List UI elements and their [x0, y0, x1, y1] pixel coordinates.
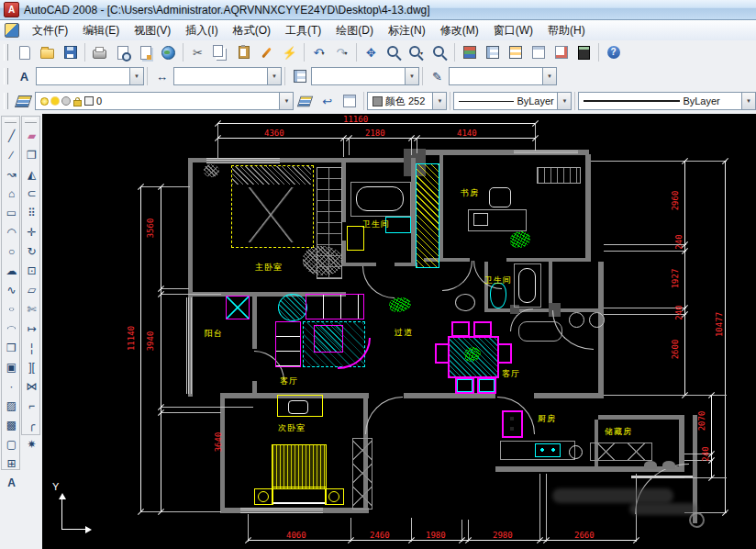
- text-style-button[interactable]: A: [13, 65, 36, 87]
- region-button[interactable]: ▢: [2, 434, 21, 454]
- spline-button[interactable]: ∿: [2, 280, 21, 299]
- menu-item-1[interactable]: 编辑(E): [75, 21, 127, 40]
- sheetset-manager-button[interactable]: [527, 41, 550, 63]
- polyline-button[interactable]: ↝: [2, 164, 21, 184]
- zoom-realtime-button[interactable]: [383, 41, 406, 63]
- layer-previous-button[interactable]: ↩: [317, 90, 339, 112]
- layer-combo-dropdown[interactable]: [279, 93, 293, 109]
- lineweight-combo-dropdown[interactable]: [741, 93, 755, 109]
- pan-button[interactable]: ✥: [360, 41, 383, 63]
- zoom-previous-button[interactable]: [428, 41, 451, 63]
- menu-item-5[interactable]: 工具(T): [278, 21, 328, 40]
- insert-block-button[interactable]: ❒: [2, 338, 21, 357]
- layer-combo[interactable]: 0: [35, 92, 294, 110]
- menu-item-8[interactable]: 修改(M): [433, 21, 486, 40]
- construction-line-button[interactable]: ∕: [2, 145, 21, 164]
- explode-button[interactable]: ✷: [22, 434, 41, 454]
- open-button[interactable]: [36, 41, 59, 63]
- make-object-layer-current-button[interactable]: [294, 90, 316, 112]
- layer-plot-icon[interactable]: [61, 96, 71, 106]
- hatch-button[interactable]: ▨: [2, 396, 21, 415]
- copy-object-button[interactable]: ❐: [22, 145, 41, 164]
- plot-preview-button[interactable]: [111, 41, 134, 63]
- zoom-window-dropdown[interactable]: ▾: [420, 50, 423, 56]
- layer-freeze-icon[interactable]: [51, 97, 59, 105]
- make-block-button[interactable]: ▣: [2, 357, 21, 376]
- ellipse-arc-button[interactable]: ◠: [2, 319, 21, 338]
- erase-button[interactable]: ▰: [22, 126, 41, 145]
- paste-button[interactable]: [232, 41, 255, 63]
- mtext-button[interactable]: A: [2, 473, 21, 492]
- polygon-button[interactable]: ⌂: [2, 184, 21, 203]
- color-combo-dropdown[interactable]: [432, 93, 446, 109]
- stretch-button[interactable]: ▱: [22, 280, 41, 299]
- lineweight-control-combo[interactable]: ByLayer: [578, 92, 756, 110]
- menu-item-6[interactable]: 绘图(D): [328, 21, 381, 40]
- publish-button[interactable]: [134, 41, 157, 63]
- designcenter-button[interactable]: [481, 41, 504, 63]
- dimension-style-button[interactable]: ↔: [150, 65, 173, 87]
- title-bar[interactable]: A AutoCAD 2008 - [C:\Users\Administrator…: [0, 0, 756, 20]
- layer-states-button[interactable]: [339, 90, 361, 112]
- copy-button[interactable]: [209, 41, 232, 63]
- dimension-style-combo-dropdown[interactable]: [267, 68, 281, 84]
- mirror-button[interactable]: ◭: [22, 164, 41, 184]
- table-style-combo[interactable]: [311, 67, 419, 85]
- undo-dropdown[interactable]: ▾: [321, 50, 324, 56]
- tool-palettes-button[interactable]: [504, 41, 527, 63]
- menu-item-3[interactable]: 插入(I): [178, 21, 225, 40]
- linetype-control-combo[interactable]: ByLayer: [453, 92, 572, 110]
- redo-dropdown[interactable]: ▾: [344, 50, 347, 56]
- match-properties-button[interactable]: [255, 41, 278, 63]
- rectangle-button[interactable]: ▭: [2, 203, 21, 222]
- line-button[interactable]: ╱: [2, 126, 21, 145]
- arc-button[interactable]: ◠: [2, 222, 21, 241]
- text-style-combo-dropdown[interactable]: [129, 68, 143, 84]
- cut-button[interactable]: ✂: [186, 41, 209, 63]
- table-style-button[interactable]: [288, 65, 311, 87]
- markup-set-manager-button[interactable]: [550, 41, 573, 63]
- new-button[interactable]: [13, 41, 36, 63]
- gradient-button[interactable]: ▩: [2, 415, 21, 434]
- properties-button[interactable]: [458, 41, 481, 63]
- color-control-combo[interactable]: 颜色 252: [367, 92, 448, 110]
- break-button[interactable]: ][: [22, 357, 41, 376]
- ellipse-button[interactable]: ○: [2, 299, 21, 319]
- toolbar-grip[interactable]: [5, 118, 17, 123]
- point-button[interactable]: ∙: [2, 376, 21, 396]
- menu-item-9[interactable]: 窗口(W): [486, 21, 540, 40]
- join-button[interactable]: ⋈: [22, 376, 41, 396]
- trim-button[interactable]: ✄: [22, 299, 41, 319]
- chamfer-button[interactable]: ⌐: [22, 396, 41, 415]
- multileader-style-button[interactable]: ✎: [426, 65, 449, 87]
- document-icon[interactable]: [5, 23, 19, 38]
- table-style-combo-dropdown[interactable]: [405, 68, 418, 84]
- redo-button[interactable]: ↷▾: [330, 41, 353, 63]
- array-button[interactable]: ⠿: [22, 203, 41, 222]
- dimension-style-combo[interactable]: [173, 67, 282, 85]
- table-button[interactable]: ⊞: [2, 454, 21, 473]
- save-button[interactable]: [59, 41, 82, 63]
- linetype-combo-dropdown[interactable]: [557, 93, 571, 109]
- text-style-combo[interactable]: [36, 67, 144, 85]
- plot-button[interactable]: [88, 41, 111, 63]
- help-button[interactable]: ?: [602, 41, 625, 63]
- menu-item-10[interactable]: 帮助(H): [540, 21, 593, 40]
- layer-properties-manager-button[interactable]: [13, 90, 35, 112]
- fillet-button[interactable]: ╭: [22, 415, 41, 434]
- menu-item-2[interactable]: 视图(V): [127, 21, 178, 40]
- layer-on-icon[interactable]: [40, 97, 49, 106]
- scale-button[interactable]: ⊡: [22, 261, 41, 280]
- web-button[interactable]: [157, 41, 180, 63]
- revision-cloud-button[interactable]: ☁: [2, 261, 21, 280]
- rotate-button[interactable]: ↻: [22, 241, 41, 261]
- menu-item-4[interactable]: 格式(O): [226, 21, 278, 40]
- toolbar-grip[interactable]: [4, 44, 8, 61]
- offset-button[interactable]: ⊂: [22, 184, 41, 203]
- block-editor-button[interactable]: ⚡: [278, 41, 301, 63]
- drawing-canvas[interactable]: 主卧室 卫生间 书房 卫生间 阳台 客厅 过道 客厅 次卧室 厨房 储藏房 11…: [42, 114, 756, 549]
- layer-lock-icon[interactable]: [73, 100, 82, 106]
- multileader-style-combo[interactable]: [449, 67, 557, 85]
- move-button[interactable]: ✛: [22, 222, 41, 241]
- undo-button[interactable]: ↶▾: [307, 41, 330, 63]
